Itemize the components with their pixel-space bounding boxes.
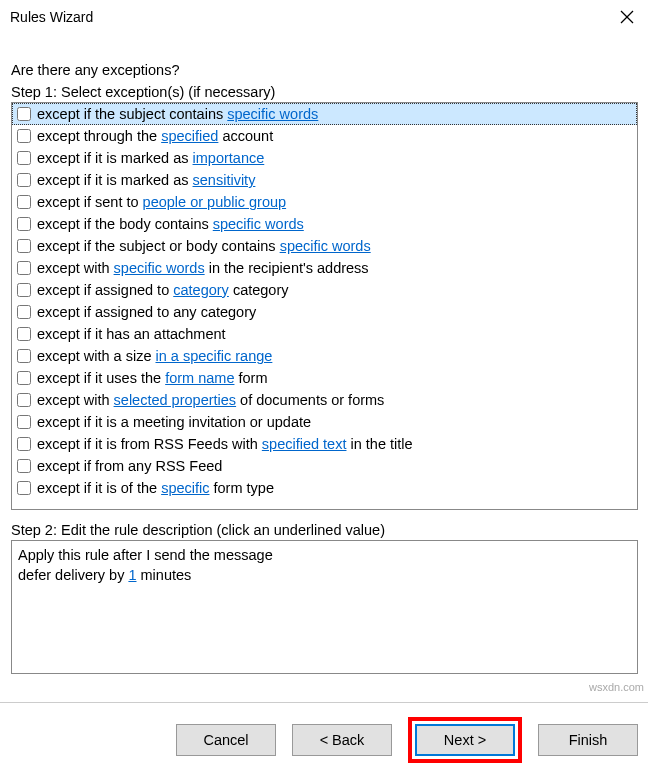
exception-label: except if the body contains specific wor…: [37, 213, 304, 235]
close-icon[interactable]: [618, 8, 636, 26]
exception-label: except if sent to people or public group: [37, 191, 286, 213]
back-button[interactable]: < Back: [292, 724, 392, 756]
exception-row[interactable]: except if from any RSS Feed: [12, 455, 637, 477]
rule-description-box[interactable]: Apply this rule after I send the message…: [11, 540, 638, 674]
exception-label: except if assigned to any category: [37, 301, 256, 323]
rule-line-2: defer delivery by 1 minutes: [18, 565, 631, 585]
window-title: Rules Wizard: [10, 9, 93, 25]
exception-checkbox[interactable]: [17, 195, 31, 209]
exception-checkbox[interactable]: [17, 481, 31, 495]
defer-minutes-link[interactable]: 1: [128, 567, 136, 583]
exception-label: except if it has an attachment: [37, 323, 226, 345]
exception-checkbox[interactable]: [17, 239, 31, 253]
exception-checkbox[interactable]: [17, 173, 31, 187]
rule-line-1: Apply this rule after I send the message: [18, 545, 631, 565]
exception-checkbox[interactable]: [17, 327, 31, 341]
exception-link[interactable]: sensitivity: [193, 172, 256, 188]
exception-label: except with selected properties of docum…: [37, 389, 384, 411]
exception-row[interactable]: except if it is from RSS Feeds with spec…: [12, 433, 637, 455]
exceptions-question: Are there any exceptions?: [11, 62, 638, 78]
step1-label: Step 1: Select exception(s) (if necessar…: [11, 84, 638, 100]
exception-row[interactable]: except with selected properties of docum…: [12, 389, 637, 411]
exception-row[interactable]: except through the specified account: [12, 125, 637, 147]
exception-link[interactable]: people or public group: [143, 194, 287, 210]
exception-row[interactable]: except if the subject contains specific …: [12, 103, 637, 125]
exception-checkbox[interactable]: [17, 283, 31, 297]
exception-row[interactable]: except if the body contains specific wor…: [12, 213, 637, 235]
exception-label: except with specific words in the recipi…: [37, 257, 369, 279]
watermark: wsxdn.com: [589, 681, 644, 693]
exception-row[interactable]: except if it has an attachment: [12, 323, 637, 345]
exception-link[interactable]: importance: [193, 150, 265, 166]
exception-link[interactable]: specified: [161, 128, 218, 144]
exception-label: except if assigned to category category: [37, 279, 289, 301]
exception-checkbox[interactable]: [17, 107, 31, 121]
exception-label: except if it is of the specific form typ…: [37, 477, 274, 499]
exception-row[interactable]: except if it uses the form name form: [12, 367, 637, 389]
exception-checkbox[interactable]: [17, 437, 31, 451]
exception-checkbox[interactable]: [17, 415, 31, 429]
exception-link[interactable]: specific: [161, 480, 209, 496]
exception-link[interactable]: specific words: [213, 216, 304, 232]
exception-checkbox[interactable]: [17, 305, 31, 319]
exception-checkbox[interactable]: [17, 151, 31, 165]
exception-row[interactable]: except if it is marked as importance: [12, 147, 637, 169]
exception-link[interactable]: selected properties: [114, 392, 237, 408]
exception-link[interactable]: specific words: [280, 238, 371, 254]
exception-checkbox[interactable]: [17, 393, 31, 407]
exception-label: except through the specified account: [37, 125, 273, 147]
title-bar: Rules Wizard: [0, 0, 648, 32]
exception-row[interactable]: except if it is marked as sensitivity: [12, 169, 637, 191]
exception-checkbox[interactable]: [17, 371, 31, 385]
exception-label: except if it is a meeting invitation or …: [37, 411, 311, 433]
exception-row[interactable]: except if sent to people or public group: [12, 191, 637, 213]
exception-link[interactable]: category: [173, 282, 229, 298]
exception-label: except with a size in a specific range: [37, 345, 272, 367]
next-highlight: Next >: [408, 717, 522, 763]
exception-label: except if it is from RSS Feeds with spec…: [37, 433, 413, 455]
finish-button[interactable]: Finish: [538, 724, 638, 756]
cancel-button[interactable]: Cancel: [176, 724, 276, 756]
exception-link[interactable]: specified text: [262, 436, 347, 452]
exception-row[interactable]: except if it is a meeting invitation or …: [12, 411, 637, 433]
exception-row[interactable]: except if the subject or body contains s…: [12, 235, 637, 257]
exception-label: except if it uses the form name form: [37, 367, 268, 389]
exception-checkbox[interactable]: [17, 459, 31, 473]
footer: Cancel < Back Next > Finish: [0, 703, 648, 775]
exception-row[interactable]: except if assigned to any category: [12, 301, 637, 323]
exception-link[interactable]: specific words: [227, 106, 318, 122]
exceptions-list[interactable]: except if the subject contains specific …: [11, 102, 638, 510]
exception-checkbox[interactable]: [17, 129, 31, 143]
exception-checkbox[interactable]: [17, 349, 31, 363]
exception-checkbox[interactable]: [17, 261, 31, 275]
exception-checkbox[interactable]: [17, 217, 31, 231]
exception-label: except if from any RSS Feed: [37, 455, 222, 477]
exception-label: except if it is marked as sensitivity: [37, 169, 255, 191]
exception-row[interactable]: except with a size in a specific range: [12, 345, 637, 367]
exception-link[interactable]: in a specific range: [155, 348, 272, 364]
exception-label: except if the subject contains specific …: [37, 103, 318, 125]
next-button[interactable]: Next >: [415, 724, 515, 756]
exception-label: except if the subject or body contains s…: [37, 235, 371, 257]
step2-label: Step 2: Edit the rule description (click…: [11, 522, 638, 538]
exception-link[interactable]: specific words: [114, 260, 205, 276]
exception-label: except if it is marked as importance: [37, 147, 264, 169]
exception-row[interactable]: except if assigned to category category: [12, 279, 637, 301]
exception-row[interactable]: except if it is of the specific form typ…: [12, 477, 637, 499]
exception-link[interactable]: form name: [165, 370, 234, 386]
exception-row[interactable]: except with specific words in the recipi…: [12, 257, 637, 279]
